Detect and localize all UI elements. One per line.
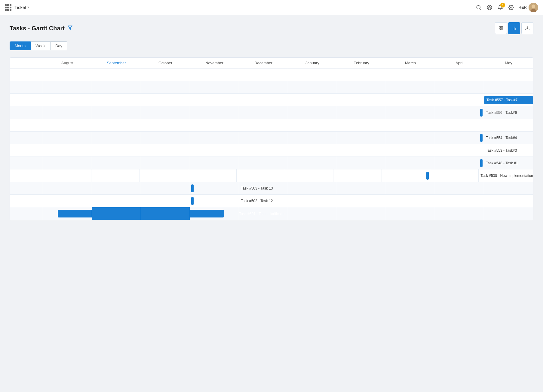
download-view-button[interactable] — [521, 22, 533, 34]
task-label-554: Task #554 - Task#4 — [484, 136, 517, 140]
svg-point-8 — [532, 5, 535, 8]
svg-point-0 — [477, 5, 480, 9]
gantt-month-november: November — [190, 58, 239, 68]
task-bar-503[interactable] — [191, 184, 194, 192]
task-label-556: Task #556 - Task#6 — [484, 111, 517, 115]
gantt-row-task557: Task #557 - Task#7 — [10, 94, 533, 106]
app-name[interactable]: Ticket ▾ — [14, 5, 29, 10]
main-content: Tasks - Gantt Chart Month Week Day Aug — [0, 15, 543, 227]
gantt-header-label-col — [10, 58, 43, 68]
notification-icon[interactable]: 9 — [497, 4, 504, 11]
task-label-530: Task #530 - New Implementation — [479, 174, 533, 178]
week-button[interactable]: Week — [31, 41, 51, 50]
task-bar-557[interactable]: Task #557 - Task#7 — [484, 96, 533, 104]
settings-icon[interactable] — [508, 4, 514, 11]
gantt-month-october: October — [141, 58, 190, 68]
svg-rect-12 — [501, 26, 503, 28]
svg-point-3 — [488, 8, 489, 8]
gantt-row-task501 — [10, 207, 533, 220]
notification-badge: 9 — [500, 3, 505, 8]
gantt-row-task553: Task #553 - Task#3 — [10, 144, 533, 157]
user-label: R&R — [519, 5, 527, 10]
svg-point-2 — [487, 5, 492, 10]
gantt-month-december: December — [239, 58, 288, 68]
task-label-503: Task #503 - Task 13 — [239, 186, 273, 190]
page-title-row: Tasks - Gantt Chart — [10, 25, 72, 32]
gantt-month-april: April — [435, 58, 484, 68]
task-bar-502[interactable] — [191, 197, 194, 205]
gantt-chart: August September October November Decemb… — [10, 57, 533, 220]
gantt-row — [10, 68, 533, 81]
task-bar-501-start[interactable] — [58, 210, 92, 217]
gantt-row-task503: Task #503 - Task 13 — [10, 182, 533, 195]
svg-point-4 — [489, 6, 489, 7]
view-toggle — [495, 22, 533, 34]
gantt-row — [10, 119, 533, 132]
gantt-month-january: January — [288, 58, 337, 68]
month-button[interactable]: Month — [10, 41, 31, 50]
palette-icon[interactable] — [486, 4, 493, 11]
top-navigation: Ticket ▾ 9 R&R — [0, 0, 543, 15]
task-label-502: Task #502 - Task 12 — [239, 199, 273, 203]
gantt-row-task530: Task #530 - New Implementation — [10, 169, 533, 182]
chart-view-button[interactable] — [508, 22, 520, 34]
task-bar-556[interactable] — [480, 109, 483, 117]
search-icon[interactable] — [475, 4, 482, 11]
gantt-row-task556: Task #556 - Task#6 — [10, 106, 533, 119]
nav-left: Ticket ▾ — [5, 4, 29, 11]
task-bar-554[interactable] — [480, 134, 483, 142]
task-label-548: Task #548 - Task #1 — [484, 161, 518, 165]
gantt-header: August September October November Decemb… — [10, 58, 533, 68]
app-grid-icon[interactable] — [5, 4, 11, 11]
svg-marker-10 — [68, 26, 72, 29]
user-menu[interactable]: R&R — [519, 3, 538, 12]
gantt-month-august: August — [43, 58, 92, 68]
nav-right: 9 R&R — [475, 3, 538, 12]
period-buttons: Month Week Day — [10, 41, 533, 50]
task-label-553: Task #553 - Task#3 — [484, 148, 517, 153]
user-avatar — [529, 3, 538, 12]
svg-point-5 — [490, 8, 490, 8]
chevron-down-icon: ▾ — [27, 5, 29, 9]
gantt-row-task502: Task #502 - Task 12 — [10, 195, 533, 207]
app-name-label: Ticket — [14, 5, 26, 10]
gantt-row-task554: Task #554 - Task#4 — [10, 132, 533, 144]
filter-icon[interactable] — [68, 25, 72, 31]
grid-view-button[interactable] — [495, 22, 507, 34]
svg-rect-14 — [501, 29, 503, 30]
page-title: Tasks - Gantt Chart — [10, 25, 65, 32]
svg-rect-11 — [499, 26, 501, 28]
gantt-month-march: March — [386, 58, 435, 68]
gantt-row — [10, 81, 533, 94]
svg-point-6 — [510, 7, 512, 8]
svg-line-1 — [480, 8, 480, 9]
task-bar-530[interactable] — [426, 172, 429, 180]
task-bar-548[interactable] — [480, 159, 483, 167]
gantt-month-may: May — [484, 58, 533, 68]
task-bar-501-end[interactable] — [190, 210, 224, 217]
svg-rect-13 — [499, 29, 501, 30]
gantt-month-september: September — [92, 58, 141, 68]
page-header: Tasks - Gantt Chart — [10, 22, 533, 34]
gantt-month-february: February — [337, 58, 386, 68]
day-button[interactable]: Day — [51, 41, 67, 50]
gantt-row-task548: Task #548 - Task #1 — [10, 157, 533, 169]
